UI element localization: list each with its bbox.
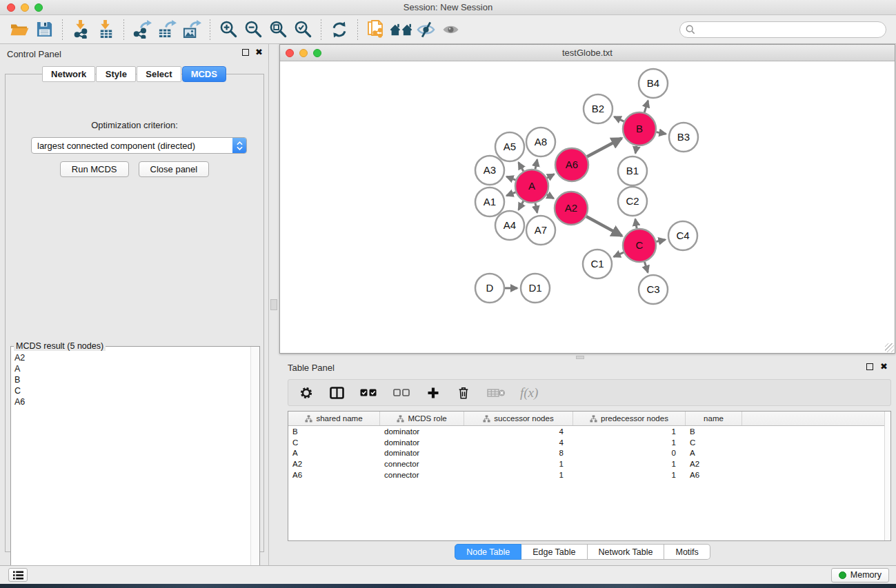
import-table-icon[interactable]: [93, 18, 118, 41]
result-item[interactable]: A6: [12, 396, 250, 407]
table-cell[interactable]: dominator: [380, 449, 464, 457]
table-cell[interactable]: 4: [464, 427, 573, 436]
node-B1[interactable]: B1: [618, 156, 647, 185]
split-view-icon[interactable]: [328, 385, 345, 401]
table-row[interactable]: A6connector11A6: [288, 469, 890, 480]
edge-B-B2[interactable]: [614, 116, 624, 121]
column-header-successor-nodes[interactable]: successor nodes: [464, 412, 573, 425]
criterion-dropdown[interactable]: largest connected component (directed): [31, 137, 247, 154]
add-column-icon[interactable]: [425, 385, 441, 401]
node-A[interactable]: A: [515, 170, 548, 203]
column-header-MCDS-role[interactable]: MCDS role: [380, 412, 464, 425]
table-cell[interactable]: connector: [380, 460, 464, 468]
save-session-icon[interactable]: [32, 18, 57, 41]
column-header-shared-name[interactable]: shared name: [288, 412, 380, 425]
tab-select[interactable]: Select: [137, 66, 181, 82]
table-row[interactable]: Bdominator41B: [288, 426, 890, 437]
column-header-predecessor-nodes[interactable]: predecessor nodes: [573, 412, 686, 425]
table-cell[interactable]: dominator: [380, 427, 464, 436]
node-B3[interactable]: B3: [669, 123, 698, 152]
table-cell[interactable]: C: [686, 438, 742, 447]
result-item[interactable]: A: [12, 363, 250, 374]
node-B2[interactable]: B2: [584, 94, 613, 123]
edge-A-A3[interactable]: [506, 176, 515, 180]
edge-C-C2[interactable]: [635, 219, 637, 229]
edge-A-A2[interactable]: [547, 194, 554, 199]
close-panel-button[interactable]: Close panel: [139, 161, 210, 177]
table-cell[interactable]: A: [288, 449, 380, 457]
export-network-icon[interactable]: [130, 18, 155, 41]
show-graphics-details-icon[interactable]: [438, 18, 463, 41]
run-mcds-button[interactable]: Run MCDS: [60, 161, 129, 177]
task-history-button[interactable]: [8, 568, 28, 582]
select-all-icon[interactable]: [359, 385, 378, 401]
edge-A-A8[interactable]: [535, 159, 537, 169]
table-cell[interactable]: 1: [573, 460, 686, 468]
node-C3[interactable]: C3: [639, 275, 668, 304]
zoom-in-icon[interactable]: [216, 18, 241, 41]
edge-A-A1[interactable]: [506, 192, 515, 196]
edge-A-A7[interactable]: [535, 203, 537, 212]
result-item[interactable]: A2: [12, 352, 250, 363]
network-graph[interactable]: B4B2BB3A5A8A6B1A3AC2A1A2A4A7C4CC1C3DD1: [280, 61, 895, 353]
node-C[interactable]: C: [623, 229, 656, 262]
edge-C-C1[interactable]: [614, 252, 624, 256]
table-cell[interactable]: A2: [288, 460, 380, 468]
table-scrollbar[interactable]: [884, 412, 890, 540]
node-A8[interactable]: A8: [526, 128, 555, 156]
new-network-from-selection-icon[interactable]: [364, 18, 388, 41]
table-cell[interactable]: 1: [464, 471, 573, 479]
table-cell[interactable]: 1: [573, 471, 686, 479]
node-A6[interactable]: A6: [555, 148, 588, 181]
table-cell[interactable]: 1: [573, 427, 686, 436]
table-cell[interactable]: A: [686, 449, 742, 457]
table-cell[interactable]: A2: [686, 460, 742, 468]
edge-A-A4[interactable]: [519, 201, 524, 210]
node-A2[interactable]: A2: [555, 192, 588, 225]
table-row[interactable]: Adominator80A: [288, 448, 890, 459]
node-A3[interactable]: A3: [475, 156, 504, 185]
open-file-icon[interactable]: [7, 18, 32, 41]
node-D[interactable]: D: [475, 274, 504, 303]
node-A7[interactable]: A7: [526, 216, 555, 245]
vertical-splitter-handle[interactable]: [270, 299, 277, 310]
table-row[interactable]: Cdominator41C: [288, 437, 890, 448]
table-cell[interactable]: dominator: [380, 438, 464, 447]
table-cell[interactable]: B: [686, 427, 742, 436]
memory-button[interactable]: Memory: [831, 568, 889, 582]
import-network-icon[interactable]: [68, 18, 93, 41]
tab-style[interactable]: Style: [96, 66, 136, 82]
tab-network-table[interactable]: Network Table: [588, 544, 665, 560]
edge-B-B3[interactable]: [657, 132, 666, 134]
close-table-panel-icon[interactable]: ✖: [880, 363, 888, 370]
node-C4[interactable]: C4: [668, 221, 697, 250]
tab-node-table[interactable]: Node Table: [455, 544, 521, 560]
network-canvas[interactable]: B4B2BB3A5A8A6B1A3AC2A1A2A4A7C4CC1C3DD1: [280, 61, 895, 353]
horizontal-splitter-handle[interactable]: [576, 356, 584, 359]
float-panel-icon[interactable]: [242, 49, 249, 56]
table-cell[interactable]: 0: [573, 449, 686, 457]
export-image-icon[interactable]: [179, 18, 204, 41]
delete-table-icon[interactable]: [486, 385, 506, 401]
delete-column-icon[interactable]: [455, 385, 472, 401]
edge-C-C3[interactable]: [644, 262, 648, 272]
export-table-icon[interactable]: [155, 18, 179, 41]
function-builder-icon[interactable]: f(x): [520, 385, 538, 401]
refresh-icon[interactable]: [327, 18, 352, 41]
edge-A-A5[interactable]: [519, 163, 524, 172]
edge-B-B1[interactable]: [635, 146, 637, 154]
first-neighbors-icon[interactable]: [388, 18, 413, 41]
table-cell[interactable]: A6: [686, 471, 742, 479]
tab-motifs[interactable]: Motifs: [664, 544, 710, 560]
node-A1[interactable]: A1: [475, 187, 504, 216]
search-input[interactable]: [699, 23, 880, 37]
table-cell[interactable]: A6: [288, 471, 380, 479]
result-item[interactable]: C: [12, 385, 250, 396]
result-scrollbar[interactable]: [250, 347, 259, 576]
edge-C-C4[interactable]: [656, 240, 665, 242]
node-A4[interactable]: A4: [495, 211, 524, 240]
table-row[interactable]: A2connector11A2: [288, 458, 890, 469]
float-table-panel-icon[interactable]: [866, 363, 873, 370]
tab-mcds[interactable]: MCDS: [182, 66, 226, 82]
table-cell[interactable]: 1: [464, 460, 573, 468]
